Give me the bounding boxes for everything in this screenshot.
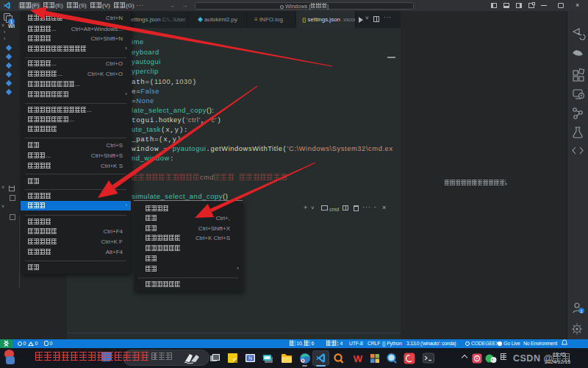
svg-text:W: W [353, 353, 362, 364]
svg-text:N: N [248, 355, 251, 361]
